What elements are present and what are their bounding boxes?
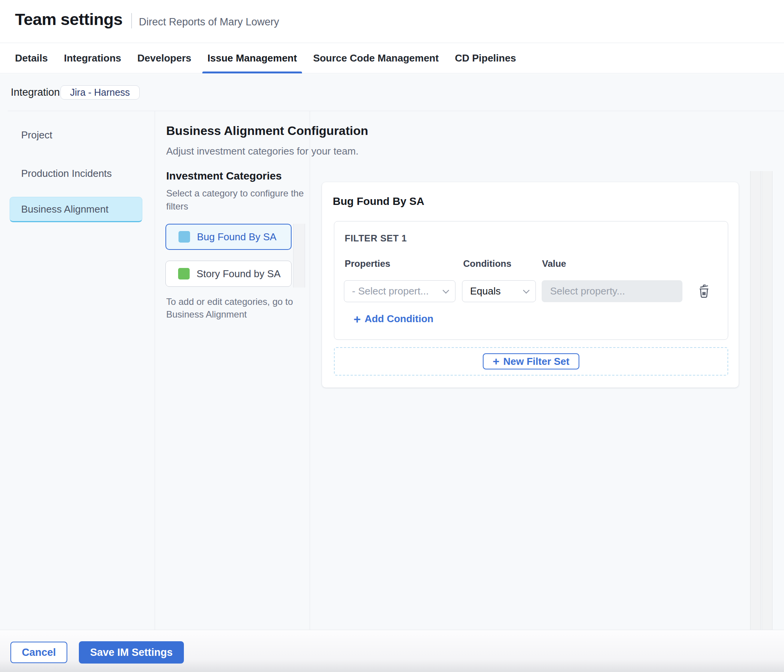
- category-label: Bug Found By SA: [197, 231, 277, 243]
- delete-condition-button[interactable]: [695, 282, 713, 300]
- integration-badge[interactable]: Jira - Harness: [60, 85, 140, 100]
- title-divider: [131, 13, 132, 28]
- new-filter-set-dropzone: + New Filter Set: [334, 347, 728, 376]
- column-header-value: Value: [542, 258, 566, 269]
- page-subtitle: Direct Reports of Mary Lowery: [139, 16, 279, 28]
- category-list-scrollbar[interactable]: [293, 224, 305, 288]
- save-im-settings-button[interactable]: Save IM Settings: [79, 641, 184, 664]
- plus-icon: +: [354, 314, 361, 324]
- integration-label: Integration:: [11, 85, 63, 100]
- tab-details[interactable]: Details: [15, 43, 48, 73]
- section-subtitle: Adjust investment categories for your te…: [166, 145, 359, 157]
- team-settings-page: Team settings Direct Reports of Mary Low…: [0, 0, 784, 672]
- investment-categories-description: Select a category to configure the filte…: [166, 187, 313, 213]
- investment-categories-heading: Investment Categories: [166, 170, 282, 182]
- app-header: Team settings Direct Reports of Mary Low…: [0, 0, 784, 43]
- cancel-button[interactable]: Cancel: [10, 642, 67, 663]
- column-header-conditions: Conditions: [463, 258, 511, 269]
- chevron-down-icon: [523, 287, 530, 293]
- value-input[interactable]: [542, 280, 682, 302]
- page-title: Team settings: [15, 10, 122, 29]
- tab-integrations[interactable]: Integrations: [64, 43, 121, 73]
- column-header-properties: Properties: [345, 258, 390, 269]
- trash-icon: [697, 284, 711, 298]
- sidebar-item-production-incidents[interactable]: Production Incidents: [21, 168, 112, 180]
- category-button-bug-found-by-sa[interactable]: Bug Found By SA: [165, 224, 292, 250]
- tab-source-code-management[interactable]: Source Code Management: [313, 43, 439, 73]
- sidebar-item-project[interactable]: Project: [21, 129, 52, 141]
- plus-icon: +: [493, 356, 500, 366]
- category-button-story-found-by-sa[interactable]: Story Found by SA: [165, 261, 292, 287]
- tab-bar: Details Integrations Developers Issue Ma…: [0, 43, 784, 73]
- categories-note: To add or edit categories, go to Busines…: [166, 295, 298, 321]
- category-label: Story Found by SA: [197, 268, 280, 280]
- tab-issue-management[interactable]: Issue Management: [207, 43, 297, 73]
- filter-card-title: Bug Found By SA: [333, 195, 424, 208]
- tab-developers[interactable]: Developers: [137, 43, 191, 73]
- section-title: Business Alignment Configuration: [166, 124, 368, 138]
- category-color-swatch: [178, 268, 190, 279]
- tab-cd-pipelines[interactable]: CD Pipelines: [455, 43, 516, 73]
- category-color-swatch: [178, 231, 190, 243]
- sidebar-divider: [155, 111, 155, 630]
- filter-set-box: FILTER SET 1 Properties Conditions Value…: [334, 221, 728, 340]
- add-condition-button[interactable]: + Add Condition: [354, 313, 434, 325]
- content-top-divider: [8, 111, 784, 111]
- footer-action-bar: Cancel Save IM Settings: [0, 630, 784, 672]
- vertical-scrollbar-track[interactable]: [750, 171, 761, 630]
- properties-select-placeholder: - Select propert...: [352, 285, 429, 297]
- conditions-select-value: Equals: [470, 285, 501, 297]
- properties-select[interactable]: - Select propert...: [344, 280, 455, 302]
- sidebar-item-business-alignment[interactable]: Business Alignment: [10, 197, 142, 222]
- chevron-down-icon: [443, 287, 449, 293]
- vertical-scrollbar-track[interactable]: [762, 171, 772, 630]
- filter-config-card: Bug Found By SA FILTER SET 1 Properties …: [322, 182, 739, 388]
- filter-set-label: FILTER SET 1: [345, 233, 407, 244]
- conditions-select[interactable]: Equals: [462, 280, 536, 302]
- new-filter-set-button[interactable]: + New Filter Set: [483, 353, 579, 369]
